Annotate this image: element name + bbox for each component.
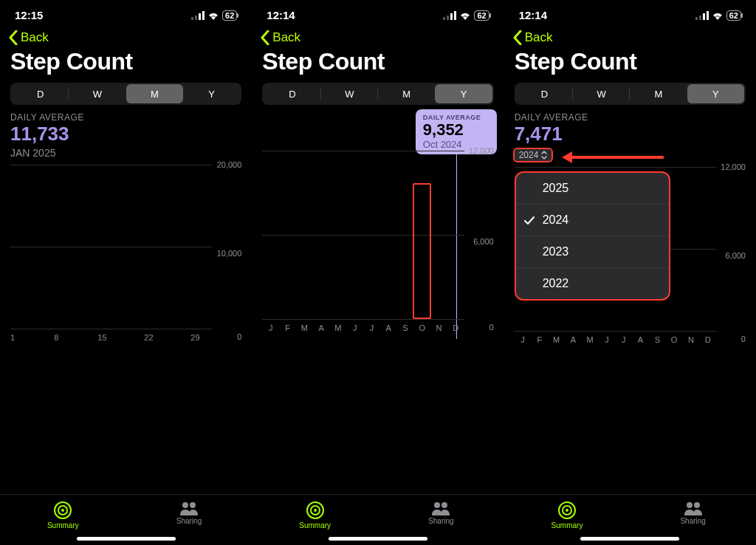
chevron-left-icon bbox=[513, 30, 522, 45]
svg-point-16 bbox=[434, 502, 440, 508]
status-bar: 12:14 62 bbox=[252, 0, 504, 24]
tooltip-value: 9,352 bbox=[423, 121, 489, 139]
svg-rect-1 bbox=[195, 16, 197, 20]
tab-label: Sharing bbox=[428, 517, 453, 525]
chart-year[interactable]: 12,000 6,000 0 JFMAMJJASOND bbox=[252, 151, 504, 332]
sharing-icon bbox=[683, 501, 704, 515]
x-axis: JFMAMJJASOND bbox=[262, 323, 464, 332]
chart-bars bbox=[262, 151, 464, 319]
status-bar: 12:14 62 bbox=[504, 0, 756, 24]
seg-day[interactable]: D bbox=[264, 84, 320, 103]
screen-year-picker: 12:14 62 Back Step Count D W M Y DAILY A… bbox=[504, 0, 756, 545]
x-axis: 18152229 bbox=[10, 333, 212, 342]
avg-value: 7,471 bbox=[504, 123, 756, 145]
svg-point-7 bbox=[182, 502, 188, 508]
time-range-segmented[interactable]: D W M Y bbox=[262, 83, 493, 105]
tab-summary[interactable]: Summary bbox=[504, 501, 630, 529]
chevron-left-icon bbox=[261, 30, 269, 45]
tab-label: Summary bbox=[551, 521, 583, 529]
tab-label: Sharing bbox=[680, 517, 705, 525]
tab-bar: Summary Sharing bbox=[504, 494, 756, 532]
seg-year[interactable]: Y bbox=[183, 84, 240, 103]
battery-icon: 62 bbox=[222, 10, 237, 21]
annotation-arrow bbox=[560, 151, 664, 164]
seg-month[interactable]: M bbox=[630, 84, 687, 103]
y-tick: 12,000 bbox=[721, 162, 746, 171]
back-button[interactable]: Back bbox=[504, 24, 756, 48]
wifi-icon bbox=[207, 11, 219, 20]
y-tick: 10,000 bbox=[217, 249, 242, 258]
status-time: 12:14 bbox=[267, 9, 295, 21]
sharing-icon bbox=[179, 501, 199, 515]
y-tick: 0 bbox=[741, 335, 746, 343]
svg-point-25 bbox=[566, 509, 568, 512]
chart-month[interactable]: 20,000 10,000 0 18152229 bbox=[0, 165, 252, 342]
avg-label: DAILY AVERAGE bbox=[0, 105, 252, 123]
tab-summary[interactable]: Summary bbox=[0, 501, 126, 529]
tab-bar: Summary Sharing bbox=[252, 494, 504, 532]
year-option-2023[interactable]: 2023 bbox=[516, 236, 670, 268]
home-indicator[interactable] bbox=[77, 537, 176, 541]
tab-bar: Summary Sharing bbox=[0, 494, 252, 532]
tab-label: Sharing bbox=[176, 517, 202, 525]
svg-rect-20 bbox=[703, 13, 705, 20]
svg-rect-9 bbox=[443, 17, 445, 20]
seg-week[interactable]: W bbox=[69, 84, 126, 103]
back-button[interactable]: Back bbox=[0, 24, 252, 48]
page-title: Step Count bbox=[0, 48, 252, 83]
seg-month[interactable]: M bbox=[378, 84, 435, 103]
year-dropdown[interactable]: 2025 2024 2023 2022 bbox=[515, 171, 671, 301]
seg-week[interactable]: W bbox=[573, 84, 630, 103]
tab-sharing[interactable]: Sharing bbox=[378, 501, 504, 529]
cellular-icon bbox=[191, 11, 205, 20]
seg-month[interactable]: M bbox=[126, 84, 183, 103]
svg-rect-10 bbox=[447, 16, 449, 20]
battery-icon: 62 bbox=[726, 10, 741, 21]
seg-year[interactable]: Y bbox=[687, 84, 744, 103]
svg-point-8 bbox=[190, 502, 196, 508]
svg-rect-19 bbox=[699, 16, 701, 20]
svg-rect-18 bbox=[695, 17, 698, 20]
home-indicator[interactable] bbox=[329, 537, 427, 541]
back-button[interactable]: Back bbox=[252, 24, 504, 48]
tab-summary[interactable]: Summary bbox=[252, 501, 378, 529]
svg-point-27 bbox=[694, 502, 700, 508]
seg-day[interactable]: D bbox=[12, 84, 69, 103]
page-title: Step Count bbox=[252, 48, 504, 83]
status-icons: 62 bbox=[443, 10, 489, 21]
home-indicator[interactable] bbox=[580, 537, 679, 541]
tab-label: Summary bbox=[299, 521, 331, 529]
battery-icon: 62 bbox=[474, 10, 489, 21]
summary-icon bbox=[306, 501, 325, 520]
cellular-icon bbox=[695, 11, 709, 20]
tab-sharing[interactable]: Sharing bbox=[630, 501, 756, 529]
y-tick: 20,000 bbox=[217, 160, 242, 169]
y-tick: 6,000 bbox=[473, 237, 494, 246]
status-bar: 12:15 62 bbox=[0, 0, 252, 24]
page-title: Step Count bbox=[504, 48, 756, 83]
year-option-2022[interactable]: 2022 bbox=[516, 268, 670, 299]
seg-year[interactable]: Y bbox=[435, 84, 492, 103]
time-range-segmented[interactable]: D W M Y bbox=[515, 83, 746, 105]
sharing-icon bbox=[430, 501, 451, 515]
svg-point-26 bbox=[687, 502, 693, 508]
seg-day[interactable]: D bbox=[516, 84, 573, 103]
chart-bars bbox=[10, 165, 212, 329]
avg-label: DAILY AVERAGE bbox=[504, 105, 756, 123]
status-time: 12:15 bbox=[15, 9, 43, 21]
wifi-icon bbox=[459, 11, 471, 20]
screen-year-view-tooltip: 12:14 62 Back Step Count D W M Y DAILY A… bbox=[252, 0, 504, 545]
screen-month-view: 12:15 62 Back Step Count D W M Y DAILY A… bbox=[0, 0, 252, 545]
tab-sharing[interactable]: Sharing bbox=[126, 501, 252, 529]
svg-rect-12 bbox=[454, 11, 456, 20]
time-range-segmented[interactable]: D W M Y bbox=[10, 83, 241, 105]
chevron-left-icon bbox=[9, 30, 18, 45]
svg-point-15 bbox=[314, 509, 317, 512]
cellular-icon bbox=[443, 11, 456, 20]
year-picker-label: 2024 bbox=[519, 150, 539, 160]
avg-value: 11,733 bbox=[0, 123, 252, 145]
year-option-2025[interactable]: 2025 bbox=[516, 173, 670, 205]
svg-point-17 bbox=[441, 502, 447, 508]
year-option-2024[interactable]: 2024 bbox=[516, 205, 670, 236]
seg-week[interactable]: W bbox=[321, 84, 378, 103]
